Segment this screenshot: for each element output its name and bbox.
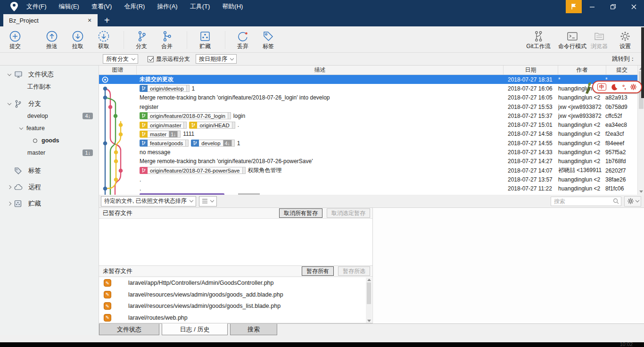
- settings-button[interactable]: 设置: [613, 29, 637, 51]
- file-row[interactable]: ✎ laravel/resources/views/admin/goods/go…: [99, 300, 372, 312]
- menu-file[interactable]: 文件(F): [26, 2, 47, 11]
- tab-close-icon[interactable]: ×: [85, 17, 94, 24]
- file-row[interactable]: ✎ laravel/app/Http/Controllers/Admin/Goo…: [99, 277, 372, 289]
- unstage-selected-button[interactable]: 取消选定暂存: [327, 208, 370, 218]
- stage-selected-button[interactable]: 暂存所选: [338, 266, 370, 276]
- chevron-down-icon: [210, 198, 214, 202]
- chevron-collapsed-icon: [8, 185, 11, 189]
- file-list-scrollbar[interactable]: [366, 278, 372, 323]
- sidebar-item-working-copy[interactable]: 工作副本: [0, 81, 99, 93]
- scrollbar-thumb[interactable]: [367, 282, 371, 304]
- commit-row[interactable]: . 2018-07-27 11:22 huangdinglun <2 8f1fc…: [99, 184, 637, 193]
- close-button[interactable]: [623, 0, 644, 13]
- file-row[interactable]: ✎ laravel/resources/views/admin/goods/go…: [99, 289, 372, 301]
- chevron-expanded-icon: [8, 72, 11, 75]
- sidebar-section-tags[interactable]: 标签: [0, 165, 99, 177]
- modified-file-icon: ✎: [104, 291, 111, 298]
- sidebar-item-goods-current-branch[interactable]: goods: [0, 134, 99, 147]
- merge-button[interactable]: 合并: [152, 29, 182, 51]
- commit-row[interactable]: origin/feature/2018-07-26-powerSave 权限角色…: [99, 166, 637, 175]
- commit-row[interactable]: origin/develop 1 2018-07-27 16:06 huangd…: [99, 84, 637, 93]
- tag-icon: [14, 167, 22, 175]
- restore-button[interactable]: [603, 0, 623, 13]
- commit-history-list: 未提交的更改 2018-07-27 18:31 * * origin/devel…: [99, 75, 637, 195]
- ime-toolbar[interactable]: 中 °,: [592, 81, 642, 93]
- sidebar-section-remotes[interactable]: 远程: [0, 181, 99, 193]
- menu-tools[interactable]: 工具(T): [190, 2, 210, 11]
- chevron-expanded-icon: [8, 101, 11, 105]
- sidebar-section-branches[interactable]: 分支: [0, 98, 99, 110]
- tab-search[interactable]: 搜索: [230, 324, 277, 335]
- repo-tab-active[interactable]: Bz_Project ×: [3, 14, 98, 26]
- unstaged-files-label: 未暂存文件: [103, 267, 297, 275]
- bottom-tab-bar: 文件状态 日志 / 历史 搜索: [99, 323, 644, 335]
- commit-row-selected[interactable]: 未提交的更改 2018-07-27 18:31 * *: [99, 75, 637, 84]
- branch-filter-dropdown[interactable]: 所有分支: [103, 54, 138, 64]
- ime-language-icon[interactable]: 中: [597, 83, 606, 91]
- commit-row[interactable]: no message 2018-07-27 14:33 huangdinglun…: [99, 148, 637, 157]
- toolbar-separator: [124, 31, 124, 49]
- new-tab-button[interactable]: +: [104, 16, 110, 25]
- column-header-graph[interactable]: 图谱: [99, 66, 137, 74]
- tab-file-status[interactable]: 文件状态: [99, 324, 159, 335]
- commit-row[interactable]: feature/goods develop4↓ 1 2018-07-27 14:…: [99, 139, 637, 148]
- commit-row[interactable]: Merge remote-tracking branch 'origin/fea…: [99, 157, 637, 166]
- gitflow-button[interactable]: Git工作流: [521, 29, 555, 51]
- ime-gear-icon[interactable]: [630, 83, 637, 91]
- menu-view[interactable]: 查看(V): [91, 2, 112, 11]
- commit-button[interactable]: 提交: [0, 29, 30, 51]
- commit-row[interactable]: origin/feature/2018-07-26_login login 20…: [99, 111, 637, 120]
- commit-row[interactable]: Merge remote-tracking branch 'origin/fea…: [99, 93, 637, 102]
- window-controls: [566, 0, 644, 13]
- search-input[interactable]: [551, 197, 621, 206]
- file-row[interactable]: ✎ laravel/routes/web.php: [99, 312, 372, 324]
- stash-button[interactable]: 贮藏: [190, 29, 220, 51]
- column-header-author[interactable]: 作者: [558, 66, 606, 74]
- commit-row[interactable]: origin/master origin/HEAD . 2018-07-27 1…: [99, 120, 637, 129]
- menu-edit[interactable]: 编辑(E): [59, 2, 79, 11]
- menu-help[interactable]: 帮助(H): [222, 2, 243, 11]
- fetch-button[interactable]: 获取: [89, 29, 119, 51]
- flag-icon: [570, 3, 577, 10]
- video-overlay-strip: 10:02: [0, 342, 644, 347]
- chevron-expanded-icon: [19, 125, 23, 129]
- scroll-up-icon[interactable]: [367, 279, 371, 281]
- explorer-button[interactable]: 浏览器: [586, 29, 612, 51]
- column-header-commit[interactable]: 提交: [606, 66, 637, 74]
- sidebar-section-file-status[interactable]: 文件状态: [0, 68, 99, 81]
- view-mode-dropdown[interactable]: [199, 196, 217, 207]
- pending-files-dropdown[interactable]: 待定的文件, 已依照文件状态排序: [101, 196, 196, 207]
- sidebar-item-master[interactable]: master 1↓: [0, 147, 99, 159]
- tag-button[interactable]: 标签: [253, 29, 283, 51]
- flag-button[interactable]: [566, 0, 582, 13]
- scroll-down-icon[interactable]: [367, 320, 371, 322]
- sidebar-item-develop[interactable]: develop 4↓: [0, 110, 99, 122]
- moon-icon[interactable]: [611, 83, 618, 91]
- column-header-description[interactable]: 描述: [137, 66, 504, 74]
- modified-file-icon: ✎: [104, 314, 111, 322]
- sidebar-item-feature[interactable]: feature: [0, 122, 99, 134]
- stage-all-button[interactable]: 暂存所有: [302, 266, 334, 276]
- column-header-date[interactable]: 日期: [504, 66, 558, 74]
- ime-punctuation-icon[interactable]: °,: [622, 83, 626, 91]
- show-remote-checkbox[interactable]: 显示远程分支: [148, 55, 190, 63]
- sort-dropdown[interactable]: 按日期排序: [196, 54, 237, 64]
- sidebar: 文件状态 工作副本 分支 develop 4↓ feature goods ma…: [0, 66, 99, 335]
- tab-log-history[interactable]: 日志 / 历史: [162, 323, 228, 335]
- app-logo-icon: [9, 1, 19, 12]
- commit-row[interactable]: . 2018-07-27 13:57 huangdinglun <2 38fae…: [99, 175, 637, 184]
- options-dropdown[interactable]: [624, 196, 641, 207]
- terminal-button[interactable]: 命令行模式: [554, 29, 590, 51]
- minimize-button[interactable]: [582, 0, 603, 13]
- sidebar-section-stashes[interactable]: 贮藏: [0, 198, 99, 210]
- scroll-down-icon[interactable]: [639, 190, 643, 193]
- diff-preview-panel: [372, 208, 644, 323]
- branch-badge: master1↓: [140, 131, 181, 138]
- commit-row[interactable]: register 2018-07-27 15:53 jxw <jxw893387…: [99, 102, 637, 111]
- menu-actions[interactable]: 操作(A): [157, 2, 177, 11]
- commit-row[interactable]: master1↓ 1111 2018-07-27 14:58 huangding…: [99, 130, 637, 139]
- unstage-all-button[interactable]: 取消所有暂存: [279, 208, 322, 218]
- monitor-icon: [14, 71, 23, 78]
- menu-repository[interactable]: 仓库(R): [124, 2, 145, 11]
- commit-icon: [9, 30, 21, 42]
